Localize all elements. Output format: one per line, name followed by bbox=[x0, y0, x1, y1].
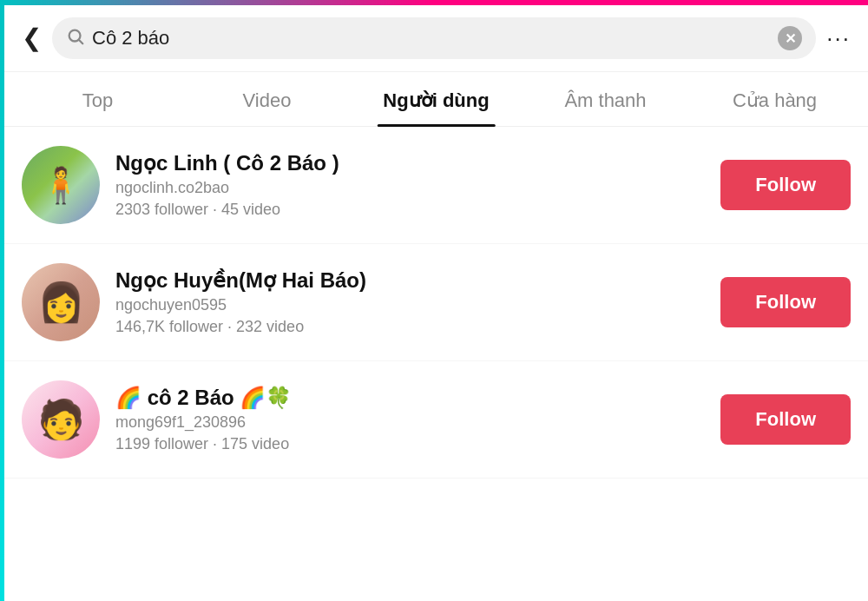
svg-line-1 bbox=[79, 40, 82, 43]
user-item-2: Ngọc Huyền(Mợ Hai Báo) ngochuyen0595 146… bbox=[4, 244, 868, 361]
more-button[interactable]: ··· bbox=[826, 25, 851, 52]
user-info-3: 🌈 cô 2 Báo 🌈🍀 mong69f1_230896 1199 follo… bbox=[115, 386, 705, 453]
user-handle-3: mong69f1_230896 bbox=[115, 413, 705, 432]
user-stats-1: 2303 follower · 45 video bbox=[115, 201, 705, 219]
follow-button-2[interactable]: Follow bbox=[720, 277, 851, 327]
user-list: Ngọc Linh ( Cô 2 Báo ) ngoclinh.co2bao 2… bbox=[4, 127, 868, 479]
main-container: ❮ Cô 2 báo ✕ ··· Top Video Người dùng Âm… bbox=[4, 5, 868, 601]
user-stats-3: 1199 follower · 175 video bbox=[115, 435, 705, 453]
user-stats-2: 146,7K follower · 232 video bbox=[115, 318, 705, 336]
user-handle-2: ngochuyen0595 bbox=[115, 296, 705, 314]
search-icon bbox=[66, 27, 85, 50]
user-info-1: Ngọc Linh ( Cô 2 Báo ) ngoclinh.co2bao 2… bbox=[115, 151, 705, 219]
follow-button-1[interactable]: Follow bbox=[720, 160, 851, 210]
back-button[interactable]: ❮ bbox=[22, 26, 42, 50]
user-info-2: Ngọc Huyền(Mợ Hai Báo) ngochuyen0595 146… bbox=[115, 268, 705, 336]
user-name-1: Ngọc Linh ( Cô 2 Báo ) bbox=[115, 151, 705, 175]
tab-video[interactable]: Video bbox=[182, 72, 352, 126]
tab-top[interactable]: Top bbox=[13, 72, 182, 126]
tab-amthanh[interactable]: Âm thanh bbox=[521, 72, 690, 126]
avatar-1 bbox=[22, 146, 100, 224]
tab-nguoidung[interactable]: Người dùng bbox=[352, 72, 521, 126]
avatar-3 bbox=[22, 380, 100, 459]
search-bar: ❮ Cô 2 báo ✕ ··· bbox=[4, 5, 868, 72]
search-input-wrapper[interactable]: Cô 2 báo ✕ bbox=[52, 17, 816, 59]
search-query[interactable]: Cô 2 báo bbox=[92, 27, 771, 50]
avatar-2 bbox=[22, 263, 100, 341]
clear-button[interactable]: ✕ bbox=[778, 26, 802, 50]
user-item-1: Ngọc Linh ( Cô 2 Báo ) ngoclinh.co2bao 2… bbox=[4, 127, 868, 244]
user-name-2: Ngọc Huyền(Mợ Hai Báo) bbox=[115, 268, 705, 293]
follow-button-3[interactable]: Follow bbox=[720, 394, 851, 445]
user-item-3: 🌈 cô 2 Báo 🌈🍀 mong69f1_230896 1199 follo… bbox=[4, 361, 868, 479]
tab-cuahang[interactable]: Cửa hàng bbox=[690, 72, 859, 126]
user-handle-1: ngoclinh.co2bao bbox=[115, 179, 705, 197]
tabs-container: Top Video Người dùng Âm thanh Cửa hàng bbox=[4, 72, 868, 127]
user-name-3: 🌈 cô 2 Báo 🌈🍀 bbox=[115, 386, 705, 410]
